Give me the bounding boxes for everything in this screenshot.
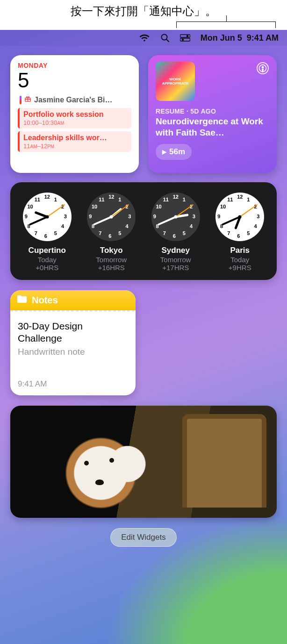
- clock-numeral: 10: [27, 204, 33, 209]
- notes-folder-icon: [17, 295, 27, 306]
- clock-numeral: 7: [163, 230, 166, 236]
- clock-offset-label: +16HRS: [81, 264, 142, 272]
- clock-numeral: 4: [61, 223, 64, 229]
- clock-day-label: Today: [17, 256, 78, 264]
- clock-numeral: 3: [64, 214, 67, 219]
- notification-center-widgets: MONDAY 5 Jasmine Garcia's Bi… Portfolio …: [0, 46, 287, 552]
- svg-line-1: [166, 40, 169, 42]
- clock-numeral: 7: [227, 230, 230, 236]
- clock-item: 121234567891011ParisToday+9HRS: [210, 193, 271, 272]
- clock-face: 121234567891011: [23, 193, 72, 241]
- event-time: 11AM–12PM: [23, 143, 128, 150]
- edit-widgets-button[interactable]: Edit Widgets: [110, 528, 176, 547]
- clock-numeral: 5: [247, 230, 250, 236]
- clock-face: 121234567891011: [215, 193, 264, 241]
- note-title: 30-Day Design Challenge: [18, 320, 128, 345]
- clock-numeral: 4: [126, 223, 129, 229]
- wifi-icon[interactable]: [139, 34, 150, 42]
- photos-widget[interactable]: [10, 406, 277, 518]
- notes-header-label: Notes: [32, 295, 58, 306]
- event-color-bar: [20, 96, 22, 104]
- note-subtitle: Handwritten note: [18, 347, 128, 357]
- clock-day-label: Tomorrow: [81, 256, 142, 264]
- clock-item: 121234567891011TokyoTomorrow+16HRS: [81, 193, 142, 272]
- podcast-play-button[interactable]: ▶ 56m: [156, 144, 192, 160]
- clock-center: [174, 215, 177, 219]
- calendar-allday-event: Jasmine Garcia's Bi…: [18, 95, 131, 104]
- notes-widget[interactable]: Notes 30-Day Design Challenge Handwritte…: [10, 290, 136, 395]
- play-icon: ▶: [162, 149, 166, 155]
- calendar-widget[interactable]: MONDAY 5 Jasmine Garcia's Bi… Portfolio …: [10, 55, 139, 173]
- podcast-episode-title: Neurodivergence at Work with Faith Sae…: [156, 116, 269, 138]
- clock-numeral: 12: [173, 194, 179, 200]
- photo-detail: [95, 479, 104, 485]
- svg-rect-4: [180, 38, 190, 41]
- clock-numeral: 7: [35, 230, 37, 236]
- menu-bar: Mon Jun 5 9:41 AM: [0, 30, 287, 46]
- clock-face: 121234567891011: [151, 193, 200, 241]
- clock-numeral: 9: [89, 214, 92, 219]
- clock-offset-label: +0HRS: [17, 264, 78, 272]
- clock-item: 121234567891011CupertinoToday+0HRS: [17, 193, 78, 272]
- clock-numeral: 9: [25, 214, 28, 219]
- second-hand: [240, 204, 258, 217]
- second-hand: [47, 204, 65, 217]
- clock-numeral: 12: [237, 194, 243, 200]
- clock-numeral: 10: [156, 204, 161, 209]
- clock-numeral: 7: [99, 230, 101, 236]
- svg-point-3: [186, 35, 188, 37]
- clock-numeral: 11: [163, 197, 169, 202]
- svg-point-0: [161, 35, 167, 40]
- clock-numeral: 1: [54, 197, 57, 202]
- clock-city-label: Cupertino: [17, 246, 78, 255]
- menubar-datetime[interactable]: Mon Jun 5 9:41 AM: [201, 33, 279, 43]
- second-hand: [111, 204, 129, 217]
- desktop-background: Mon Jun 5 9:41 AM MONDAY 5 Jasmine Garci…: [0, 30, 287, 644]
- photo-detail: [84, 461, 89, 465]
- clock-numeral: 3: [193, 214, 195, 219]
- podcast-resume-line: RESUME · 5D AGO: [156, 107, 269, 115]
- allday-event-title: Jasmine Garcia's Bi…: [34, 96, 112, 104]
- clock-day-label: Today: [210, 256, 271, 264]
- clock-numeral: 4: [190, 223, 193, 229]
- svg-rect-2: [180, 35, 190, 37]
- clock-numeral: 3: [257, 214, 259, 219]
- spotlight-search-icon[interactable]: [160, 33, 170, 43]
- clock-numeral: 6: [237, 233, 240, 239]
- menubar-time: 9:41 AM: [247, 33, 279, 43]
- clock-numeral: 10: [220, 204, 226, 209]
- podcasts-app-icon: [256, 62, 269, 75]
- podcast-duration: 56m: [169, 147, 185, 157]
- clock-numeral: 6: [44, 233, 47, 239]
- clock-numeral: 12: [108, 194, 114, 200]
- clock-center: [45, 215, 49, 219]
- clock-numeral: 5: [118, 230, 121, 236]
- podcast-widget[interactable]: WORK APPROPRIATE RESUME · 5D AGO Neurodi…: [148, 55, 277, 173]
- minute-hand: [158, 216, 176, 226]
- clock-numeral: 11: [99, 197, 104, 202]
- world-clock-widget[interactable]: 121234567891011CupertinoToday+0HRS121234…: [10, 182, 277, 280]
- event-time: 10:00–10:30AM: [23, 119, 128, 126]
- note-timestamp: 9:41 AM: [18, 379, 128, 389]
- clock-offset-label: +17HRS: [145, 264, 206, 272]
- calendar-day-name: MONDAY: [18, 62, 131, 69]
- help-annotation: 按一下來打開「通知中心」。: [0, 0, 287, 30]
- control-center-icon[interactable]: [180, 34, 190, 42]
- annotation-bracket: [176, 21, 276, 28]
- clock-numeral: 1: [247, 197, 250, 202]
- clock-numeral: 11: [227, 197, 233, 202]
- clock-numeral: 6: [108, 233, 111, 239]
- minute-hand: [29, 216, 48, 226]
- calendar-day-number: 5: [18, 70, 131, 91]
- photo-detail: [109, 458, 114, 463]
- clock-city-label: Sydney: [145, 246, 206, 255]
- clock-numeral: 12: [44, 194, 50, 200]
- clock-numeral: 9: [217, 214, 220, 219]
- event-title: Leadership skills wor…: [23, 134, 128, 142]
- annotation-text: 按一下來打開「通知中心」。: [71, 0, 216, 19]
- clock-item: 121234567891011SydneyTomorrow+17HRS: [145, 193, 206, 272]
- clock-offset-label: +9HRS: [210, 264, 271, 272]
- podcast-artwork: WORK APPROPRIATE: [156, 62, 195, 101]
- clock-numeral: 5: [183, 230, 186, 236]
- notes-header: Notes: [10, 290, 136, 310]
